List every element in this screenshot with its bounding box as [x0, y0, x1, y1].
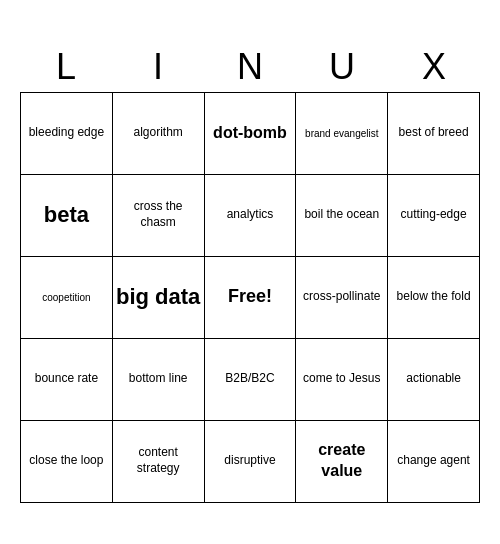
bingo-cell: Free! — [205, 257, 297, 339]
bingo-cell: dot-bomb — [205, 93, 297, 175]
bingo-cell: B2B/B2C — [205, 339, 297, 421]
header-letter: N — [204, 42, 296, 92]
bingo-cell: bleeding edge — [21, 93, 113, 175]
bingo-cell: below the fold — [388, 257, 480, 339]
bingo-cell: brand evangelist — [296, 93, 388, 175]
bingo-cell: beta — [21, 175, 113, 257]
bingo-cell: best of breed — [388, 93, 480, 175]
bingo-grid: bleeding edgealgorithmdot-bombbrand evan… — [20, 92, 480, 503]
bingo-cell: algorithm — [113, 93, 205, 175]
bingo-cell: bottom line — [113, 339, 205, 421]
bingo-cell: coopetition — [21, 257, 113, 339]
header-letter: U — [296, 42, 388, 92]
bingo-cell: cross the chasm — [113, 175, 205, 257]
bingo-cell: cutting-edge — [388, 175, 480, 257]
bingo-cell: change agent — [388, 421, 480, 503]
bingo-header: LINUX — [20, 42, 480, 92]
bingo-cell: come to Jesus — [296, 339, 388, 421]
bingo-card: LINUX bleeding edgealgorithmdot-bombbran… — [20, 42, 480, 503]
bingo-cell: create value — [296, 421, 388, 503]
bingo-cell: bounce rate — [21, 339, 113, 421]
bingo-cell: cross-pollinate — [296, 257, 388, 339]
bingo-cell: boil the ocean — [296, 175, 388, 257]
bingo-cell: close the loop — [21, 421, 113, 503]
bingo-cell: actionable — [388, 339, 480, 421]
header-letter: X — [388, 42, 480, 92]
bingo-cell: disruptive — [205, 421, 297, 503]
bingo-cell: content strategy — [113, 421, 205, 503]
header-letter: I — [112, 42, 204, 92]
header-letter: L — [20, 42, 112, 92]
bingo-cell: analytics — [205, 175, 297, 257]
bingo-cell: big data — [113, 257, 205, 339]
